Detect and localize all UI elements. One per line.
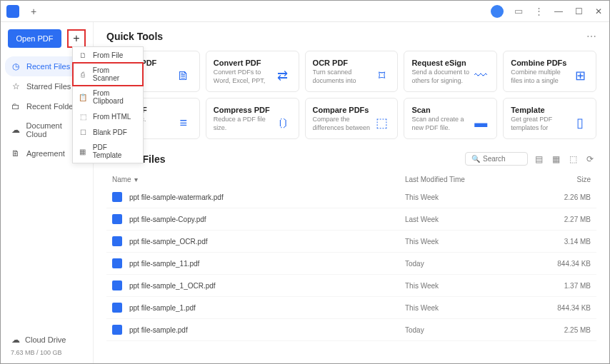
file-date: This Week [405,304,548,312]
html-icon: ⬚ [79,112,87,121]
tool-desc: Convert PDFs to Word, Excel, PPT, etc. [214,69,274,84]
file-size: 2.26 MB [548,193,591,201]
pdf-file-icon [112,214,122,224]
tool-card-ocr-pdf[interactable]: OCR PDFTurn scanned documents into searc… [305,51,399,92]
minimize-button[interactable]: — [554,6,564,16]
blank-icon: ☐ [79,128,87,136]
pdf-file-icon [112,192,122,202]
tool-card-scan[interactable]: ScanScan and create a new PDF file.▬ [404,98,497,139]
tool-desc: Reduce a PDF file size. [214,116,274,131]
clipboard-icon: 📋 [79,93,87,101]
file-date: This Week [405,238,548,246]
refresh-icon[interactable]: ⟳ [586,154,596,164]
open-pdf-button[interactable]: Open PDF [8,29,61,48]
doc-icon: 🗎 [11,148,21,158]
file-name: ppt file-sample-Copy.pdf [129,216,405,223]
tool-title: Compare PDFs [313,106,374,114]
file-name: ppt file-sample_1_OCR.pdf [129,282,405,290]
file-row[interactable]: ppt file-sample_11.pdfToday844.34 KB [106,253,596,275]
column-date[interactable]: Last Modified Time [405,176,548,183]
message-icon[interactable]: ▭ [514,6,524,16]
scanner-icon: ⎙ [79,70,87,79]
tool-icon: ▯ [571,114,589,131]
file-icon: 🗋 [79,51,87,59]
search-input[interactable] [483,155,522,163]
cloud-icon: ☁ [11,335,21,345]
tool-card-convert-pdf[interactable]: Convert PDFConvert PDFs to Word, Excel, … [206,51,299,92]
file-row[interactable]: ppt file-sample-Copy.pdfLast Week2.27 MB [106,208,596,231]
file-date: This Week [405,282,548,290]
tool-card-compare-pdfs[interactable]: Compare PDFsCompare the differences betw… [305,98,399,139]
storage-info: 7.63 MB / 100 GB [11,349,83,356]
file-name: ppt file-sample-watermark.pdf [129,193,405,201]
file-row[interactable]: ppt file-sample_OCR.pdfThis Week3.14 MB [106,231,596,253]
dropdown-item-pdf-template[interactable]: ▦PDF Template [73,140,143,163]
dropdown-item-label: PDF Template [93,143,137,159]
file-row[interactable]: ppt file-sample.pdfToday2.25 MB [106,319,596,341]
dropdown-item-blank-pdf[interactable]: ☐Blank PDF [73,124,143,140]
column-size[interactable]: Size [548,176,591,183]
quick-tools-more-icon[interactable]: ⋯ [586,31,596,42]
titlebar: + ▭ ⋮ — ☐ ✕ [1,1,609,22]
file-size: 844.34 KB [548,304,591,312]
file-name: ppt file-sample_11.pdf [129,260,405,268]
close-button[interactable]: ✕ [594,6,604,16]
sidebar-item-label: Agreement [26,149,65,158]
tool-desc: Turn scanned documents into searchable o… [313,69,374,84]
column-name[interactable]: Name ▾ [112,176,405,183]
file-size: 3.14 MB [548,238,591,246]
tool-desc: Send a document to others for signing. [411,69,472,84]
file-row[interactable]: ppt file-sample_1.pdfThis Week844.34 KB [106,297,596,319]
sidebar-item-label: Recent Files [26,62,70,71]
cloud-icon: ☁ [11,125,21,135]
file-name: ppt file-sample_OCR.pdf [129,238,405,246]
list-view-icon[interactable]: ▤ [535,154,545,164]
dropdown-item-label: From Clipboard [93,89,137,105]
tool-icon: ⇄ [274,67,291,84]
maximize-button[interactable]: ☐ [574,6,584,16]
grid-view-icon[interactable]: ▦ [552,154,562,164]
star-icon: ☆ [11,81,21,91]
file-row[interactable]: ppt file-sample_1_OCR.pdfThis Week1.37 M… [106,275,596,297]
pdf-file-icon [112,280,122,290]
tool-title: Convert PDF [214,59,274,67]
user-avatar[interactable] [491,5,504,18]
new-pdf-button[interactable]: + [67,29,86,48]
cloud-drive-label: Cloud Drive [25,335,66,344]
file-table-header: Name ▾ Last Modified Time Size [106,173,596,186]
file-date: This Week [405,193,548,201]
dropdown-item-from-file[interactable]: 🗋From File [73,47,143,63]
folder-icon: 🗀 [11,101,21,111]
tool-title: Compress PDF [214,106,274,114]
file-date: Today [405,326,548,334]
tool-card-combine-pdfs[interactable]: Combine PDFsCombine multiple files into … [503,51,596,92]
menu-icon[interactable]: ⋮ [534,6,544,16]
tool-title: OCR PDF [313,59,374,67]
tool-desc: Scan and create a new PDF file. [411,116,472,131]
pdf-file-icon [112,303,122,313]
tool-card-compress-pdf[interactable]: Compress PDFReduce a PDF file size.⟮⟯ [206,98,299,139]
add-tab-button[interactable]: + [28,6,39,17]
app-tab-icon[interactable] [6,5,19,18]
file-name: ppt file-sample.pdf [129,326,405,334]
tool-desc: Combine multiple files into a single PDF… [511,69,571,84]
search-box[interactable]: 🔍 [465,152,528,166]
tool-icon: ▬ [472,114,489,131]
new-pdf-dropdown: 🗋From File⎙From Scanner📋From Clipboard⬚F… [72,46,144,163]
file-size: 1.37 MB [548,282,591,290]
cloud-drive[interactable]: ☁ Cloud Drive [11,335,83,345]
quick-tools-title: Quick Tools [106,31,163,42]
file-row[interactable]: ppt file-sample-watermark.pdfThis Week2.… [106,186,596,208]
filter-icon[interactable]: ⬚ [569,154,579,164]
tool-card-request-esign[interactable]: Request eSignSend a document to others f… [404,51,497,92]
dropdown-item-from-scanner[interactable]: ⎙From Scanner [72,62,144,86]
dropdown-item-from-clipboard[interactable]: 📋From Clipboard [73,86,143,108]
dropdown-item-from-html[interactable]: ⬚From HTML [73,108,143,124]
file-date: Today [405,260,548,268]
tool-desc: Compare the differences between two file… [313,116,374,131]
search-icon: 🔍 [471,155,480,163]
tool-icon: ≡ [175,114,192,131]
file-name: ppt file-sample_1.pdf [129,304,405,312]
tool-title: Scan [411,106,472,114]
tool-card-template[interactable]: TemplateGet great PDF templates for resu… [503,98,596,139]
